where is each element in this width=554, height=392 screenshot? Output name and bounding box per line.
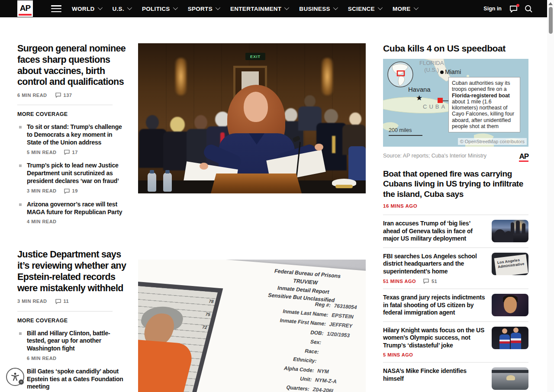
chevron-down-icon: [97, 5, 102, 10]
notifications-bubble-icon[interactable]: [509, 5, 518, 13]
map-label-cuba: CUBA: [423, 103, 447, 110]
header-actions: Sign in: [483, 5, 539, 13]
list-item[interactable]: Bill and Hillary Clinton, battle-tested,…: [17, 330, 126, 361]
story-thumbnail: [492, 367, 528, 390]
notification-dot: [516, 4, 519, 7]
story-headline[interactable]: Justice Department says it’s reviewing w…: [17, 249, 126, 294]
right-lead-headline[interactable]: Boat that opened fire was carrying Cuban…: [383, 169, 528, 199]
wall-sconce: [175, 58, 187, 95]
timestamp: 51 MINS AGO: [383, 279, 416, 284]
comments-count: 17: [64, 149, 78, 155]
list-item[interactable]: To sit or stand: Trump’s challenge to De…: [17, 123, 126, 155]
nav-item-science[interactable]: SCIENCE: [348, 6, 381, 12]
miami-dot: [440, 71, 444, 74]
center-column: EXIT: [138, 43, 366, 392]
story-row[interactable]: NASA’s Mike Fincke identifies himself: [383, 362, 528, 392]
nav-item-more[interactable]: MORE: [393, 6, 417, 12]
divider: [17, 105, 113, 105]
chevron-down-icon: [378, 5, 383, 10]
map-story-headline[interactable]: Cuba kills 4 on US speedboat: [383, 43, 528, 54]
exit-sign: EXIT: [245, 53, 265, 60]
bullet-icon: [19, 164, 22, 167]
chevron-down-icon: [127, 5, 132, 10]
ap-logo[interactable]: AP: [17, 0, 33, 17]
read-time: 3 MIN READ: [27, 188, 57, 193]
ap-logo-text: AP: [20, 3, 30, 13]
read-time: 4 MIN READ: [27, 219, 57, 224]
nav-item-business[interactable]: BUSINESS: [299, 6, 336, 12]
timestamp: 5 MINS AGO: [383, 352, 413, 357]
sign-in-button[interactable]: Sign in: [483, 6, 502, 12]
divider: [17, 311, 113, 312]
comments-count: 51: [423, 278, 437, 284]
read-time: 3 MIN READ: [17, 299, 47, 304]
story-row[interactable]: FBI searches Los Angeles school district…: [383, 247, 528, 289]
map-attribution: © OpenStreetMap contributors: [458, 138, 527, 145]
navy-hat: [332, 179, 356, 186]
accessibility-widget-button[interactable]: ×: [6, 368, 24, 386]
comments-count[interactable]: 137: [55, 92, 72, 98]
read-time: 5 MIN READ: [27, 150, 57, 155]
story-row[interactable]: Texas grand jury rejects indictments in …: [383, 289, 528, 321]
bullet-icon: [19, 332, 22, 335]
top-navigation-bar: AP WORLD U.S. POLITICS SPORTS ENTERTAINM…: [0, 0, 547, 17]
list-item[interactable]: Bill Gates ‘spoke candidly’ about Epstei…: [17, 368, 126, 391]
chevron-down-icon: [413, 5, 418, 10]
nav-item-politics[interactable]: POLITICS: [142, 6, 177, 12]
map-callout: Cuban authorities say its troops opened …: [448, 77, 520, 132]
comment-icon: [64, 149, 70, 155]
map-scale: 200 miles: [389, 127, 422, 136]
story-headline[interactable]: Surgeon general nominee faces sharp ques…: [17, 43, 126, 88]
story-thumbnail: [492, 327, 528, 349]
map-label-havana: Havana: [408, 86, 431, 93]
ap-logo-small: AP: [519, 153, 528, 162]
page-scrollbar[interactable]: [547, 0, 554, 392]
cuba-map-graphic[interactable]: FLORIDA(U.S.) Miami Havana ★ CUBA Cuban …: [383, 59, 528, 147]
nav-item-world[interactable]: WORLD: [72, 6, 101, 12]
incident-marker: [438, 98, 443, 103]
wall-sconce: [322, 58, 333, 95]
story-thumbnail: [492, 220, 528, 242]
left-column: Surgeon general nominee faces sharp ques…: [17, 43, 126, 392]
scrollbar-up-arrow[interactable]: [548, 2, 553, 5]
search-icon[interactable]: [525, 5, 532, 13]
story-meta: 3 MIN READ 11: [17, 299, 126, 304]
main-nav: WORLD U.S. POLITICS SPORTS ENTERTAINMENT…: [72, 6, 428, 12]
story-row[interactable]: Iran accuses Trump of ‘big lies’ ahead o…: [383, 215, 528, 247]
nav-item-sports[interactable]: SPORTS: [188, 6, 219, 12]
epstein-document-photo[interactable]: Federal Bureau of Prisons TRUVIEW Inmate…: [138, 260, 366, 392]
map-source: Source: AP reports; Cuba's Interior Mini…: [383, 153, 491, 159]
more-coverage-label: MORE COVERAGE: [17, 111, 126, 117]
water-bottle: [148, 173, 156, 192]
story-thumbnail: [492, 294, 528, 316]
chevron-down-icon: [284, 5, 289, 10]
list-item[interactable]: Arizona governor’s race will test MAGA f…: [17, 201, 126, 225]
comments-count[interactable]: 11: [55, 299, 69, 304]
inmate-report-paper: Federal Bureau of Prisons TRUVIEW Inmate…: [138, 260, 366, 392]
right-column: Cuba kills 4 on US speedboat: [383, 43, 528, 392]
list-item[interactable]: Trump’s pick to lead new Justice Departm…: [17, 162, 126, 193]
comments-count: 19: [64, 188, 78, 194]
chevron-down-icon: [173, 5, 177, 10]
bullet-icon: [19, 203, 22, 206]
comment-icon: [423, 278, 429, 284]
story-meta: 6 MIN READ 137: [17, 92, 126, 98]
lead-story-photo[interactable]: EXIT: [138, 43, 366, 193]
story-row[interactable]: Hilary Knight wants focus on the US wome…: [383, 321, 528, 363]
map-label-miami: Miami: [445, 68, 461, 75]
bullet-icon: [19, 126, 22, 129]
chevron-down-icon: [333, 5, 338, 10]
podium: [211, 174, 302, 193]
nav-item-entertainment[interactable]: ENTERTAINMENT: [230, 6, 288, 12]
read-time: 6 MIN READ: [27, 356, 57, 361]
scrollbar-thumb[interactable]: [549, 7, 553, 34]
nav-item-us[interactable]: U.S.: [113, 6, 131, 12]
story-thumbnail: Los AngelesAdministrative: [492, 253, 528, 275]
more-coverage-label: MORE COVERAGE: [17, 318, 126, 324]
havana-star-icon: ★: [416, 94, 422, 102]
accessibility-badge: ×: [19, 379, 24, 385]
timestamp: 16 MINS AGO: [383, 203, 528, 209]
hamburger-menu-icon[interactable]: [51, 5, 61, 12]
chevron-down-icon: [216, 5, 220, 10]
water-bottle: [163, 173, 172, 192]
